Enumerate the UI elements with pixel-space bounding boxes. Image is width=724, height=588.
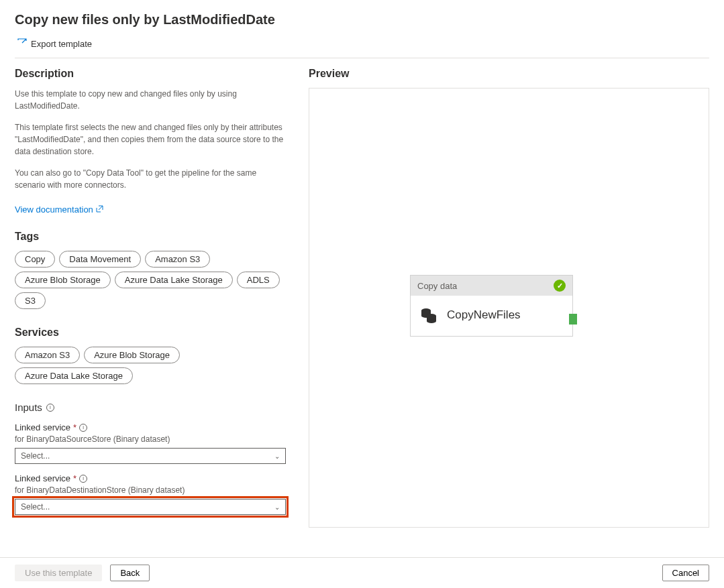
linked-service-destination-label: Linked service * i [15,473,286,483]
description-p3: You can also go to "Copy Data Tool" to g… [15,167,286,191]
description-p2: This template first selects the new and … [15,121,286,158]
info-icon[interactable]: i [79,424,87,432]
tag-s3[interactable]: S3 [15,292,46,309]
info-icon[interactable]: i [79,475,87,483]
linked-service-destination-sub: for BinaryDataDestinationStore (Binary d… [15,485,286,495]
description-body: Use this template to copy new and change… [15,88,286,191]
tag-data-movement[interactable]: Data Movement [59,251,141,268]
input-block-destination: Linked service * i for BinaryDataDestina… [15,473,286,515]
external-link-icon [96,204,103,215]
export-template-label: Export template [31,39,92,49]
select-placeholder: Select... [21,502,50,512]
preview-canvas[interactable]: Copy data ✓ CopyNewFiles [309,88,709,528]
description-p1: Use this template to copy new and change… [15,88,286,112]
service-azure-data-lake-storage[interactable]: Azure Data Lake Storage [15,367,133,384]
linked-service-source-select[interactable]: Select... ⌄ [15,448,286,464]
service-amazon-s3[interactable]: Amazon S3 [15,347,80,363]
activity-header: Copy data ✓ [411,276,572,296]
services-section: Services Amazon S3 Azure Blob Storage Az… [15,327,286,384]
page-title: Copy new files only by LastModifiedDate [15,12,709,27]
tags-heading: Tags [15,231,286,243]
tag-azure-data-lake-storage[interactable]: Azure Data Lake Storage [115,272,233,288]
activity-body: CopyNewFiles [411,296,572,336]
activity-name: CopyNewFiles [447,308,521,322]
view-documentation-link[interactable]: View documentation [15,204,103,215]
chevron-down-icon: ⌄ [274,453,280,460]
chevron-down-icon: ⌄ [274,504,280,511]
activity-type-label: Copy data [417,281,457,291]
tag-azure-blob-storage[interactable]: Azure Blob Storage [15,272,111,288]
required-asterisk: * [73,422,76,432]
database-icon [420,306,437,324]
select-placeholder: Select... [21,451,50,461]
services-heading: Services [15,327,286,339]
linked-service-label-1: Linked service [15,422,70,432]
tag-adls[interactable]: ADLS [237,272,280,288]
description-heading: Description [15,68,286,80]
cancel-button[interactable]: Cancel [662,565,709,581]
inputs-label: Inputs [15,402,42,413]
info-icon[interactable]: i [46,404,54,412]
view-documentation-label: View documentation [15,204,93,215]
tag-copy[interactable]: Copy [15,251,55,268]
linked-service-destination-select[interactable]: Select... ⌄ [15,499,286,515]
linked-service-source-label: Linked service * i [15,422,286,432]
footer: Use this template Back Cancel [0,557,724,588]
linked-service-label-2: Linked service [15,473,70,483]
back-button[interactable]: Back [110,565,150,581]
connector-handle[interactable] [569,314,577,325]
page-header: Copy new files only by LastModifiedDate [0,0,724,34]
inputs-heading: Inputs i [15,402,286,413]
service-azure-blob-storage[interactable]: Azure Blob Storage [84,347,180,363]
linked-service-source-sub: for BinaryDataSourceStore (Binary datase… [15,434,286,444]
input-block-source: Linked service * i for BinaryDataSourceS… [15,422,286,464]
tags-section: Tags Copy Data Movement Amazon S3 Azure … [15,231,286,309]
export-template-link[interactable]: Export template [17,38,92,50]
export-icon [17,38,27,50]
preview-heading: Preview [309,68,709,80]
use-this-template-button: Use this template [15,565,102,581]
success-check-icon: ✓ [554,280,566,292]
activity-card[interactable]: Copy data ✓ CopyNewFiles [410,275,573,337]
toolbar: Export template [0,34,724,58]
svg-point-5 [427,319,436,323]
tag-amazon-s3[interactable]: Amazon S3 [145,251,210,268]
required-asterisk: * [73,473,76,483]
